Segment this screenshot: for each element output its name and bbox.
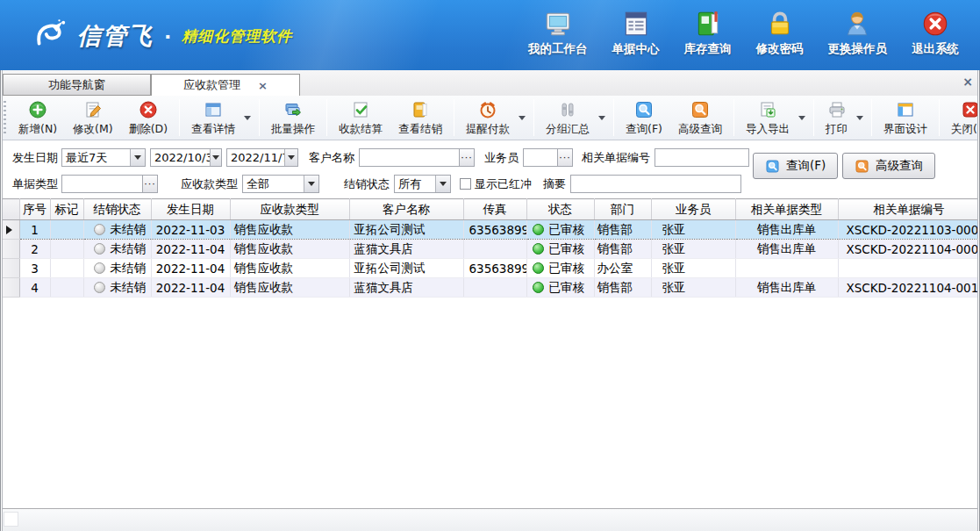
column-header-业务员[interactable]: 业务员 [651,199,735,220]
view-detail-button[interactable]: 查看详情 [183,98,243,138]
chevron-down-icon[interactable] [244,116,251,120]
toolbar-separator [454,99,454,136]
row-header-cell[interactable] [0,240,19,259]
settle-status-select[interactable]: 所有 [394,175,451,193]
cell-相关单据类型 [735,259,838,278]
chevron-down-icon[interactable] [435,176,450,192]
chevron-down-icon[interactable] [856,116,863,120]
tab-receivables[interactable]: 应收款管理 × [151,74,300,96]
advanced-query-panel-button[interactable]: 高级查询 [842,153,935,179]
ui-design-button[interactable]: 界面设计 [876,98,935,138]
recv-type-select[interactable]: 全部 [242,175,319,193]
customer-input[interactable] [360,150,459,165]
cell-发生日期: 2022-11-04 [151,240,230,259]
tab-close-icon[interactable]: × [258,80,268,91]
doc-type-lookup-icon[interactable]: ··· [142,176,157,192]
chevron-down-icon[interactable] [130,149,145,166]
column-header-标记[interactable]: 标记 [50,199,83,220]
summary-input[interactable] [571,176,740,191]
status-green-icon [533,243,544,255]
brand-separator: · [164,25,171,47]
status-green-icon [533,224,544,235]
cell-序号: 1 [19,220,50,240]
inventory-book-icon [693,9,723,39]
query-button[interactable]: 查询(F) [618,98,670,138]
date-range-select[interactable]: 最近7天 [61,148,146,167]
salesman-lookup-icon[interactable]: ··· [557,149,572,166]
customer-lookup-icon[interactable]: ··· [459,149,474,166]
table-row[interactable]: 3未结销2022-11-04销售应收款亚拓公司测试63563899已审核办公室张… [0,259,980,278]
salesman-label: 业务员 [484,150,519,166]
query-button-label: 查询(F) [626,122,662,137]
nav-item-label: 库存查询 [684,41,732,57]
app-window: 信管飞 · 精细化管理软件 我的工作台单据中心库存查询修改密码更换操作员退出系统… [0,0,980,531]
column-header-应收款类型[interactable]: 应收款类型 [230,199,349,220]
tabstrip-close-icon[interactable]: × [962,75,973,89]
nav-item-单据中心[interactable]: 单据中心 [600,9,672,57]
delete-button[interactable]: 删除(D) [121,98,175,138]
adv-query-button[interactable]: 高级查询 [670,98,730,138]
show-red-checkbox[interactable] [460,178,471,190]
close-button-label: 关闭(Q) [951,122,980,137]
row-header-cell[interactable] [0,278,19,298]
nav-item-退出系统[interactable]: 退出系统 [899,9,971,57]
column-header-部门[interactable]: 部门 [594,199,651,220]
column-header-发生日期[interactable]: 发生日期 [151,199,230,220]
view-settle-button[interactable]: 查看结销 [390,98,450,138]
column-header-客户名称[interactable]: 客户名称 [349,199,463,220]
cell-客户名称: 蓝猫文具店 [349,240,463,259]
cell-部门: 销售部 [594,278,651,298]
row-header-cell[interactable] [0,259,19,278]
receive-settle-button[interactable]: 收款结算 [331,98,390,138]
cell-发生日期: 2022-11-04 [151,259,230,278]
close-button[interactable]: 关闭(Q) [943,98,980,138]
nav-item-label: 修改密码 [756,41,804,57]
column-header-传真[interactable]: 传真 [463,199,526,220]
toolbar-grip[interactable] [4,101,6,134]
toolbar-separator [813,99,814,136]
query-panel-button[interactable]: 查询(F) [753,153,838,179]
import-export-button[interactable]: 导入导出 [738,98,798,138]
remind-pay-button[interactable]: 提醒付款 [458,98,518,138]
nav-item-我的工作台[interactable]: 我的工作台 [516,9,600,57]
cell-标记 [50,240,83,259]
toolbar-separator [326,99,327,136]
column-header-结销状态[interactable]: 结销状态 [83,199,151,220]
chevron-down-icon[interactable] [598,116,605,120]
date-to-select[interactable]: 2022/11/7 [226,148,298,167]
chevron-down-icon[interactable] [304,176,318,192]
table-row[interactable]: 2未结销2022-11-04销售应收款蓝猫文具店已审核销售部张亚销售出库单XSC… [0,240,980,259]
chevron-down-icon[interactable] [210,149,221,166]
nav-item-更换操作员[interactable]: 更换操作员 [816,9,900,57]
ui-design-button-label: 界面设计 [883,122,927,137]
related-doc-no-input[interactable] [655,150,748,165]
status-bar-chip [4,512,18,527]
column-header-序号[interactable]: 序号 [19,199,50,220]
column-header-相关单据编号[interactable]: 相关单据编号 [838,199,980,220]
cell-序号: 2 [19,240,50,259]
nav-item-库存查询[interactable]: 库存查询 [672,9,744,57]
doc-type-input[interactable] [62,176,142,191]
group-sum-button[interactable]: 分组汇总 [538,98,597,138]
modify-button[interactable]: 修改(M) [65,98,121,138]
chevron-down-icon[interactable] [519,116,526,120]
chevron-down-icon[interactable] [284,149,297,166]
row-header-cell[interactable] [0,220,19,240]
column-header-状态[interactable]: 状态 [526,199,594,220]
salesman-input[interactable] [524,150,557,165]
nav-item-修改密码[interactable]: 修改密码 [744,9,816,57]
date-from-select[interactable]: 2022/10/31 [150,148,222,167]
tab-function-nav[interactable]: 功能导航窗 [3,74,151,96]
add-button[interactable]: 新增(N) [11,98,65,138]
column-header-相关单据类型[interactable]: 相关单据类型 [735,199,838,220]
table-row[interactable]: 4未结销2022-11-04销售应收款蓝猫文具店已审核销售部张亚销售出库单XSC… [0,278,980,298]
chevron-down-icon[interactable] [798,116,805,120]
view-settle-button-wrap: 查看结销 [390,97,450,139]
cell-业务员: 张亚 [651,220,735,240]
import-export-icon [758,100,777,119]
import-export-button-wrap: 导入导出 [738,97,810,139]
batch-op-button[interactable]: 批量操作 [263,98,323,138]
batch-op-button-wrap: 批量操作 [263,97,323,139]
table-row[interactable]: 1未结销2022-11-03销售应收款亚拓公司测试63563899已审核销售部张… [0,220,980,240]
print-button[interactable]: 打印 [818,98,855,138]
